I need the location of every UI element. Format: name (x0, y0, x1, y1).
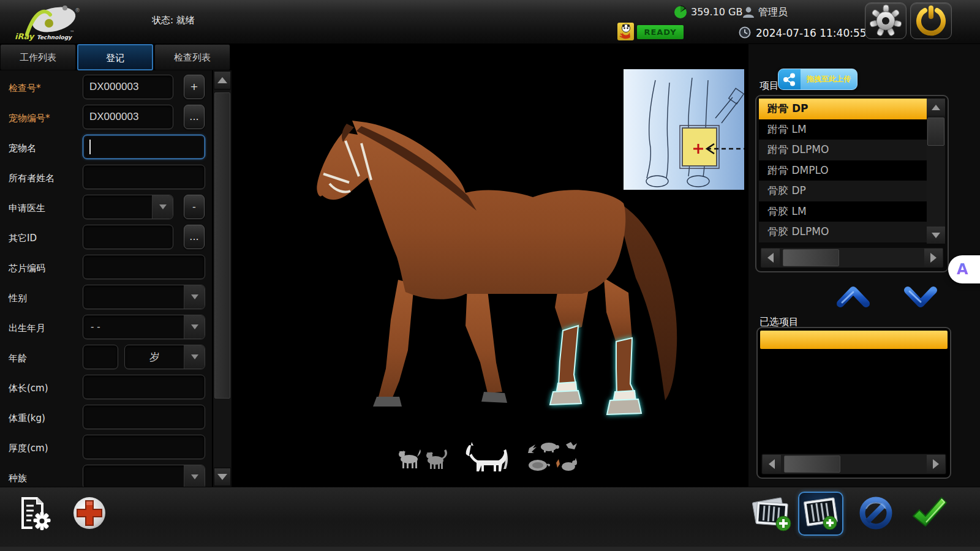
tab-register[interactable]: 登记 (77, 44, 153, 70)
assistant-logo-icon: A (957, 261, 968, 278)
field-label: 芯片编码 (9, 263, 45, 274)
red-cross-icon (72, 495, 107, 531)
procedure-item[interactable]: 跗骨 DMPLO (759, 160, 927, 181)
svg-text:iRay: iRay (15, 32, 36, 41)
scroll-down-button[interactable] (214, 468, 231, 486)
text-caret (89, 140, 91, 154)
anatomy-canvas[interactable] (232, 44, 748, 487)
scroll-right-button[interactable] (924, 249, 943, 267)
text-input[interactable] (83, 405, 205, 429)
procedure-item[interactable]: 跗骨 DLPMO (759, 140, 927, 160)
text-input[interactable] (83, 75, 173, 99)
form-row: 体重(kg) (0, 405, 212, 432)
age-input[interactable] (83, 345, 118, 369)
confirm-button[interactable] (909, 493, 948, 533)
xray-stack-add-icon (749, 494, 794, 533)
add-view-button[interactable] (798, 492, 843, 536)
species-dog-cat[interactable] (397, 438, 450, 475)
procedure-list-hscrollbar[interactable] (760, 247, 944, 268)
scroll-up-button[interactable] (214, 71, 231, 89)
procedure-item[interactable]: 骨胶 DLPMO (759, 222, 927, 242)
scroll-down-button[interactable] (927, 227, 945, 244)
form-row: 所有者姓名 (0, 165, 212, 192)
more-button[interactable]: ... (184, 105, 205, 129)
scrollbar-thumb[interactable] (784, 455, 840, 473)
scrollbar-thumb[interactable] (214, 92, 230, 399)
block-icon (858, 495, 894, 531)
dropdown[interactable] (83, 195, 173, 219)
document-gear-icon (17, 495, 53, 533)
dropdown[interactable] (83, 285, 205, 309)
cancel-button[interactable] (858, 495, 894, 531)
selected-item-row[interactable] (760, 331, 948, 349)
procedure-item[interactable]: 骨胶 DP (759, 181, 927, 201)
field-label: 其它ID (9, 233, 37, 244)
tab-examlist[interactable]: 检查列表 (154, 44, 230, 70)
user-name: 管理员 (758, 6, 788, 19)
scroll-left-button[interactable] (761, 249, 780, 267)
move-down-button[interactable] (902, 283, 940, 311)
procedure-item[interactable]: 骨胶 LM (759, 201, 927, 222)
dropdown[interactable]: - - (83, 315, 205, 339)
age-unit-dropdown[interactable]: 岁 (124, 345, 205, 369)
procedure-list-scrollbar[interactable] (927, 99, 945, 244)
chevron-down-icon (184, 315, 205, 339)
form-row: 种族 (0, 465, 212, 487)
add-multiple-views-button[interactable] (748, 493, 795, 534)
storage-pie-icon (674, 6, 687, 19)
selected-hind-leg-region[interactable] (550, 326, 581, 405)
field-label: 出生年月 (9, 323, 45, 334)
datetime-label: 2024-07-16 11:40:55 (756, 27, 867, 39)
items-title: 项目 (760, 80, 779, 92)
field-label: 检查号* (9, 83, 41, 94)
text-input[interactable] (83, 375, 205, 399)
procedure-list: 跗骨 DP跗骨 LM跗骨 DLPMO跗骨 DMPLO骨胶 DP骨胶 LM骨胶 D… (755, 95, 949, 272)
field-label: 厚度(cm) (9, 443, 48, 454)
scroll-right-button[interactable] (927, 455, 945, 473)
text-input[interactable] (83, 135, 205, 159)
form-row: 宠物名 (0, 135, 212, 162)
scroll-up-button[interactable] (927, 99, 945, 116)
scrollbar-thumb[interactable] (783, 249, 839, 266)
status-label: 状态: 就绪 (152, 15, 195, 26)
species-exotic[interactable] (524, 438, 577, 475)
add-button[interactable]: + (184, 75, 205, 99)
more-button[interactable]: ... (184, 225, 205, 249)
form-row: 体长(cm) (0, 375, 212, 402)
positioning-guide-inset (624, 69, 744, 190)
new-patient-button[interactable] (71, 495, 108, 531)
form-row: 宠物编号*... (0, 105, 212, 132)
text-input[interactable] (83, 255, 205, 279)
form-row: 检查号*+ (0, 75, 212, 102)
selected-items-list (756, 327, 951, 479)
share-icon (778, 69, 801, 89)
tab-worklist[interactable]: 工作列表 (0, 44, 76, 70)
text-input[interactable] (83, 225, 173, 249)
dropdown[interactable] (83, 465, 205, 487)
user-icon (742, 6, 755, 18)
form-row: 芯片编码 (0, 255, 212, 282)
move-up-button[interactable] (834, 283, 872, 311)
text-input[interactable] (83, 165, 205, 189)
procedure-item[interactable]: 跗骨 DP (759, 99, 927, 119)
assistant-bubble[interactable]: A (948, 255, 980, 283)
scrollbar-thumb[interactable] (927, 118, 944, 146)
species-horse[interactable] (463, 438, 511, 475)
tab-bar: 工作列表 登记 检查列表 (0, 44, 232, 70)
field-label: 性别 (9, 293, 27, 304)
remove-button[interactable]: - (184, 195, 205, 219)
settings-button[interactable] (865, 2, 907, 39)
iray-logo: ® iRay Technology ™ (6, 2, 98, 42)
upload-dropzone[interactable]: 拖拽至此上传 (778, 69, 858, 90)
text-input[interactable] (83, 105, 173, 129)
worklist-report-button[interactable] (16, 493, 54, 534)
power-button[interactable] (910, 2, 952, 39)
check-icon (910, 494, 948, 532)
scroll-left-button[interactable] (763, 455, 781, 473)
text-input[interactable] (83, 435, 205, 459)
procedure-item[interactable]: 跗骨 LM (759, 119, 927, 140)
selected-hind-leg-region[interactable] (607, 338, 641, 414)
form-scrollbar[interactable] (213, 70, 232, 487)
selected-list-hscrollbar[interactable] (761, 454, 946, 474)
upload-hint-label: 拖拽至此上传 (801, 74, 857, 84)
